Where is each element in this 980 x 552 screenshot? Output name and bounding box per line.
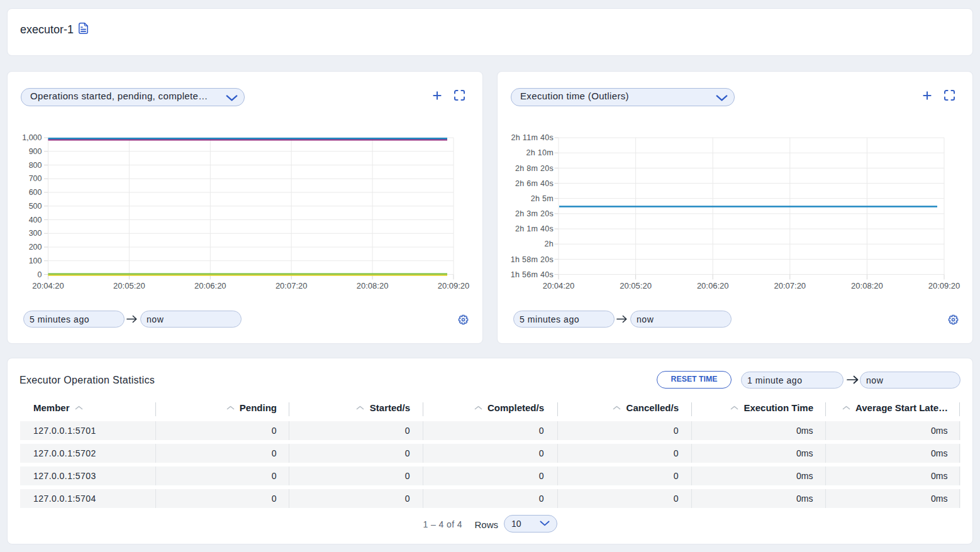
svg-text:100: 100	[29, 257, 42, 265]
svg-text:0: 0	[38, 270, 42, 279]
svg-text:600: 600	[29, 188, 42, 197]
svg-text:20:05:20: 20:05:20	[113, 281, 145, 290]
svg-text:800: 800	[29, 161, 42, 170]
svg-text:700: 700	[29, 174, 42, 183]
svg-text:1h 58m 20s: 1h 58m 20s	[511, 255, 554, 264]
svg-text:2h 11m 40s: 2h 11m 40s	[511, 133, 554, 142]
svg-text:20:04:20: 20:04:20	[543, 281, 575, 290]
svg-text:20:06:20: 20:06:20	[697, 281, 729, 290]
svg-text:2h 1m 40s: 2h 1m 40s	[515, 224, 554, 233]
svg-text:20:05:20: 20:05:20	[620, 281, 652, 290]
svg-text:2h 6m 40s: 2h 6m 40s	[515, 179, 554, 188]
svg-text:300: 300	[29, 229, 42, 238]
svg-text:2h 10m: 2h 10m	[526, 148, 554, 157]
svg-text:20:08:20: 20:08:20	[851, 281, 883, 290]
svg-text:20:06:20: 20:06:20	[194, 281, 226, 290]
svg-text:2h 8m 20s: 2h 8m 20s	[515, 164, 554, 173]
svg-text:900: 900	[29, 147, 42, 156]
svg-text:2h: 2h	[544, 240, 554, 248]
svg-text:20:07:20: 20:07:20	[276, 281, 308, 290]
svg-text:2h 5m: 2h 5m	[531, 194, 554, 203]
svg-text:20:04:20: 20:04:20	[32, 281, 64, 290]
svg-text:1h 56m 40s: 1h 56m 40s	[511, 270, 554, 279]
svg-text:20:08:20: 20:08:20	[357, 281, 389, 290]
svg-text:1,000: 1,000	[22, 133, 42, 142]
svg-text:20:09:20: 20:09:20	[438, 281, 470, 290]
svg-text:20:07:20: 20:07:20	[774, 281, 806, 290]
svg-text:20:09:20: 20:09:20	[928, 281, 961, 290]
svg-text:400: 400	[29, 216, 42, 224]
svg-text:500: 500	[29, 202, 42, 211]
svg-text:2h 3m 20s: 2h 3m 20s	[515, 209, 554, 218]
svg-text:200: 200	[29, 243, 42, 251]
